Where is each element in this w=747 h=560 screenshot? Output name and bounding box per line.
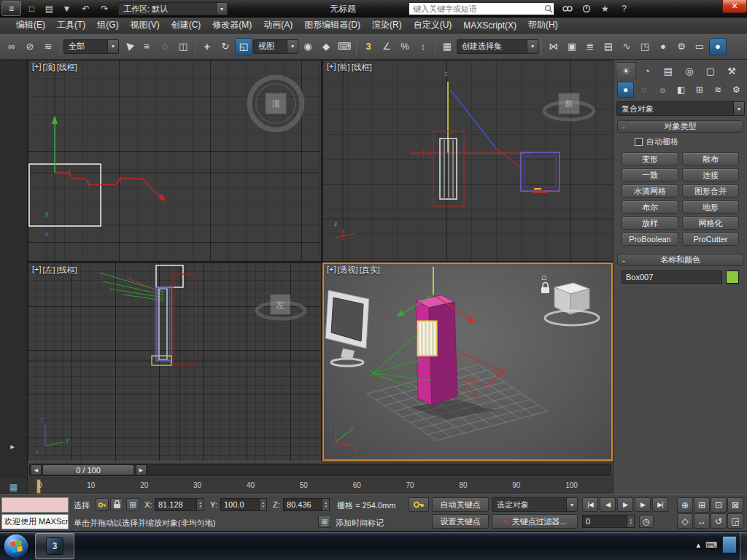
menu-item[interactable]: 帮助(H) (522, 18, 564, 33)
go-to-start-icon[interactable]: |◀ (582, 497, 598, 512)
viewport-left[interactable]: [+] [左] [线框] (28, 262, 321, 461)
select-move-icon[interactable]: + (198, 38, 216, 55)
object-type-button[interactable]: 一致 (622, 168, 678, 182)
menu-item[interactable]: MAXScript(X) (457, 18, 522, 33)
rollout-name-color[interactable]: - 名称和颜色 (617, 254, 743, 266)
open-mini-curve-editor-icon[interactable]: ▦ (0, 478, 28, 495)
category-spacewarps-icon[interactable]: ≋ (709, 82, 726, 98)
key-filters-button[interactable]: ∿关键点过滤器... (492, 514, 578, 529)
maxscript-listener-pink[interactable] (1, 497, 69, 513)
selection-region-icon[interactable]: ◌ (156, 38, 174, 55)
tab-utilities-icon[interactable]: ⚒ (721, 62, 742, 79)
application-menu-button[interactable]: ≡ (1, 1, 21, 16)
mirror-icon[interactable]: ⋈ (545, 38, 562, 55)
selection-lock-icon[interactable] (110, 498, 123, 511)
menu-item[interactable]: 组(G) (91, 18, 124, 33)
menu-item[interactable]: 图形编辑器(D) (298, 18, 366, 33)
new-file-icon[interactable]: □ (23, 1, 40, 15)
schematic-view-icon[interactable]: ◳ (636, 38, 654, 55)
spinner-snap-icon[interactable]: ↕ (414, 38, 432, 55)
viewport-menu-button[interactable]: [+] (31, 62, 42, 73)
menu-item[interactable]: 动画(A) (258, 18, 298, 33)
bind-to-spacewarp-icon[interactable]: ≋ (39, 38, 57, 55)
select-manipulate-icon[interactable]: ◆ (317, 38, 335, 55)
zoom-extents-all-icon[interactable]: ⊠ (727, 497, 743, 513)
previous-frame-icon[interactable]: ◀ (31, 464, 42, 475)
set-keys-mode-button[interactable]: 设置关键点 (432, 514, 489, 529)
viewcube[interactable]: ⌂ (541, 272, 599, 325)
set-key-mini-icon[interactable] (96, 498, 109, 511)
time-slider-handle[interactable]: 0 / 100 (42, 464, 134, 475)
object-type-button[interactable]: 连接 (682, 168, 739, 182)
viewport-pov-button[interactable]: [透视] (337, 265, 359, 276)
orbit-icon[interactable]: ↺ (711, 513, 727, 529)
current-frame-field[interactable]: 0 ▴▾ (582, 515, 635, 528)
open-file-icon[interactable]: ▤ (41, 1, 58, 15)
object-type-button[interactable]: 布尔 (622, 201, 678, 214)
tab-modify-icon[interactable]: ◔ (637, 62, 657, 79)
render-setup-icon[interactable]: ⚙ (673, 38, 690, 55)
curve-editor-icon[interactable]: ∿ (618, 38, 635, 55)
communication-center-icon[interactable] (578, 1, 595, 15)
viewport-pov-button[interactable]: [顶] (42, 62, 56, 73)
viewcube[interactable]: 前 (544, 93, 594, 120)
maxscript-listener-white[interactable]: 欢迎使用 MAXScr (1, 514, 69, 529)
graphite-ribbon-icon[interactable]: ▤ (600, 38, 617, 55)
rendered-frame-icon[interactable]: ▭ (691, 38, 708, 55)
object-type-button[interactable]: 网格化 (682, 217, 739, 230)
selection-filter-dropdown[interactable]: 全部 ▾ (63, 39, 119, 54)
snap-toggle-icon[interactable]: 3 (360, 38, 377, 55)
named-selection-sets-dropdown[interactable]: 创建选择集 ▾ (457, 39, 538, 54)
maximize-viewport-icon[interactable]: ◲ (727, 513, 743, 529)
viewport-top[interactable]: [+] [顶] [线框] y z (28, 60, 321, 261)
go-to-end-icon[interactable]: ▶| (652, 497, 668, 512)
render-production-icon[interactable]: ● (709, 38, 727, 55)
field-of-view-icon[interactable]: ◇ (677, 513, 693, 529)
viewport-pov-button[interactable]: [左] (42, 265, 56, 276)
angle-snap-icon[interactable]: ∠ (378, 38, 395, 55)
key-selection-dropdown[interactable]: 选定对象 ▾ (492, 497, 578, 512)
object-type-button[interactable]: ProBoolean (622, 233, 678, 246)
spinner-icon[interactable]: ▴▾ (259, 499, 266, 510)
keyboard-override-icon[interactable]: ⌨ (336, 38, 353, 55)
spinner-icon[interactable]: ▴▾ (627, 516, 634, 527)
viewport-front[interactable]: [+] [前] [线框] z (322, 60, 613, 261)
object-name-field[interactable]: Box007 (622, 271, 722, 284)
menu-item[interactable]: 渲染(R) (366, 18, 408, 33)
workspace-dropdown[interactable]: 工作区: 默认 ▾ (118, 2, 228, 15)
viewport-menu-button[interactable]: [+] (326, 265, 337, 276)
absolute-mode-toggle-icon[interactable]: ⊞ (126, 498, 139, 511)
category-systems-icon[interactable]: ⚙ (728, 82, 745, 98)
select-scale-icon[interactable]: ◱ (235, 38, 252, 55)
time-configuration-icon[interactable]: ◷ (639, 515, 654, 528)
tab-create-icon[interactable]: ☀ (616, 62, 636, 79)
previous-frame-icon[interactable]: ◀ (600, 497, 616, 512)
viewport-menu-button[interactable]: [+] (31, 265, 42, 276)
menu-item[interactable]: 创建(C) (166, 18, 207, 33)
object-color-swatch[interactable] (726, 271, 739, 284)
spinner-icon[interactable]: ▴▾ (196, 499, 204, 510)
geometry-category-dropdown[interactable]: 复合对象 ▾ (616, 101, 745, 116)
z-coordinate-field[interactable]: 80.436 ▴▾ (283, 498, 330, 511)
select-rotate-icon[interactable]: ↻ (217, 38, 234, 55)
object-type-button[interactable]: 图形合并 (682, 184, 739, 198)
category-geometry-icon[interactable]: ● (617, 82, 634, 98)
tab-display-icon[interactable]: ▢ (700, 62, 721, 79)
viewport-shading-button[interactable]: [线框] (56, 62, 78, 73)
select-by-name-icon[interactable]: ≡ (138, 38, 155, 55)
tray-keyboard-icon[interactable]: ⌨ (705, 540, 717, 550)
strip-expand-arrow-icon[interactable]: ▸ (6, 440, 19, 453)
zoom-all-icon[interactable]: ⊞ (694, 497, 710, 513)
object-type-button[interactable]: 地形 (682, 201, 739, 214)
viewcube[interactable]: 顶 (249, 77, 302, 130)
save-file-icon[interactable]: ▼ (58, 1, 75, 15)
next-frame-icon[interactable]: ▶ (635, 497, 651, 512)
zoom-extents-icon[interactable]: ⊡ (711, 497, 727, 513)
menu-item[interactable]: 编辑(E) (10, 18, 51, 33)
time-tag-icon[interactable]: ▣ (318, 515, 331, 528)
category-cameras-icon[interactable]: ◧ (673, 82, 689, 98)
reference-coordinate-dropdown[interactable]: 视图 ▾ (253, 39, 298, 54)
show-hidden-icons-icon[interactable]: ▴ (697, 540, 701, 550)
category-helpers-icon[interactable]: ⊞ (691, 82, 708, 98)
tab-hierarchy-icon[interactable]: ▤ (658, 62, 678, 79)
